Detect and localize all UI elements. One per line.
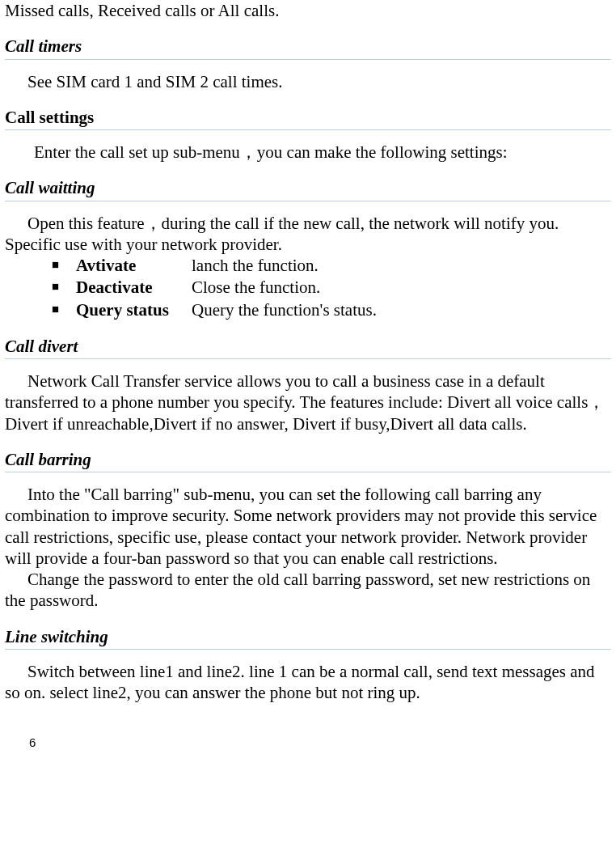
body-call-timers: See SIM card 1 and SIM 2 call times. [5,71,611,92]
list-item: Query status Query the function's status… [52,299,611,321]
list-item: Avtivate lanch the function. [52,255,611,277]
body-call-divert: Network Call Transfer service allows you… [5,371,611,434]
option-desc: lanch the function. [192,255,611,277]
list-item: Deactivate Close the function. [52,277,611,299]
heading-call-timers: Call timers [5,36,611,59]
heading-line-switching: Line switching [5,626,611,650]
option-desc: Close the function. [192,277,611,299]
option-label: Avtivate [76,255,192,277]
heading-call-divert: Call divert [5,336,611,359]
option-label: Query status [76,299,192,321]
body-call-settings: Enter the call set up sub-menu，you can m… [5,142,611,163]
body-call-waitting: Open this feature，during the call if the… [5,213,611,256]
page-number: 6 [29,735,611,751]
heading-call-settings: Call settings [5,107,611,130]
body-line-switching: Switch between line1 and line2. line 1 c… [5,661,611,704]
call-waitting-options: Avtivate lanch the function. Deactivate … [5,255,611,321]
heading-call-barring: Call barring [5,449,611,472]
option-desc: Query the function's status. [192,299,611,321]
body-call-barring-1: Into the "Call barring" sub-menu, you ca… [5,484,611,569]
body-call-barring-2: Change the password to enter the old cal… [5,569,611,612]
heading-call-waitting: Call waitting [5,177,611,201]
option-label: Deactivate [76,277,192,299]
intro-text: Missed calls, Received calls or All call… [5,0,611,21]
manual-page: Missed calls, Received calls or All call… [0,0,616,775]
